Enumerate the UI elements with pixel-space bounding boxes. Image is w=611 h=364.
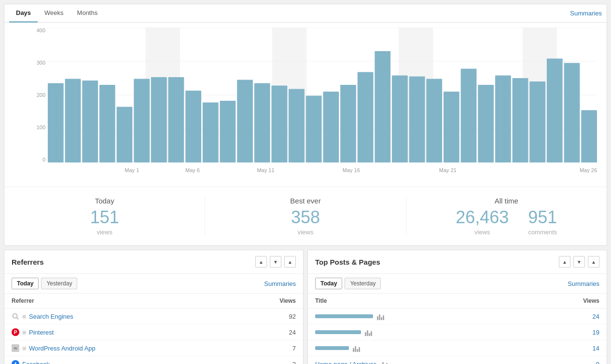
svg-rect-11 xyxy=(82,81,98,162)
top-posts-down-btn[interactable]: ▼ xyxy=(573,256,585,268)
svg-rect-15 xyxy=(151,77,167,162)
y-label-0: 0 xyxy=(28,157,48,162)
svg-rect-22 xyxy=(271,85,287,162)
post-1-chart-icon xyxy=(377,312,384,320)
svg-rect-33 xyxy=(461,68,477,162)
referrer-wordpress-left: W ⊞ WordPress Android App xyxy=(12,344,96,352)
post-4-views: 9 xyxy=(596,361,599,364)
referrer-search-name[interactable]: Search Engines xyxy=(29,313,73,320)
stat-today-label: Today xyxy=(4,197,205,205)
x-label-may26: May 26 xyxy=(580,167,597,173)
referrer-pinterest-name[interactable]: Pinterest xyxy=(29,329,54,336)
top-posts-table-header: Title Views xyxy=(308,294,607,309)
search-icon xyxy=(12,312,19,320)
top-posts-controls: ▲ ▼ ▲ xyxy=(559,256,599,268)
svg-rect-28 xyxy=(375,51,390,162)
referrers-tab-yesterday[interactable]: Yesterday xyxy=(41,278,77,289)
top-posts-tab-today[interactable]: Today xyxy=(315,278,342,289)
bars-svg xyxy=(48,27,597,162)
referrers-header: Referrers ▲ ▼ ▲ xyxy=(4,250,303,274)
post-2-views: 19 xyxy=(593,329,599,336)
post-1-bar xyxy=(315,314,373,318)
referrer-pinterest-left: P ⊞ Pinterest xyxy=(12,328,54,336)
tab-months[interactable]: Months xyxy=(70,4,105,23)
top-posts-tabs: Today Yesterday Summaries xyxy=(308,274,607,294)
post-row-1: 24 xyxy=(308,309,607,324)
x-label-may11: May 11 xyxy=(257,167,274,173)
tab-days[interactable]: Days xyxy=(9,4,38,23)
x-label-may1: May 1 xyxy=(125,167,139,173)
post-2-bar xyxy=(315,330,361,334)
post-row-2: 19 xyxy=(308,324,607,340)
expand-icon-wordpress: ⊞ xyxy=(22,346,26,351)
referrer-row-wordpress: W ⊞ WordPress Android App 7 xyxy=(4,340,303,356)
referrers-title: Referrers xyxy=(12,258,44,266)
chart-tabs-row: Days Weeks Months Summaries xyxy=(4,4,607,23)
top-posts-panel: Top Posts & Pages ▲ ▼ ▲ Today Yesterday … xyxy=(307,250,607,364)
svg-rect-13 xyxy=(117,107,133,163)
referrer-wordpress-name[interactable]: WordPress Android App xyxy=(29,345,96,352)
referrer-search-views: 92 xyxy=(289,313,296,320)
stat-alltime-comments-value: 951 xyxy=(528,209,557,226)
svg-rect-32 xyxy=(444,92,459,162)
svg-rect-21 xyxy=(254,83,270,163)
svg-rect-29 xyxy=(392,75,408,162)
top-posts-collapse-btn[interactable]: ▲ xyxy=(588,256,599,268)
post-4-left: Home page / Archives xyxy=(315,360,596,364)
stats-row: Today 151 views Best ever 358 views All … xyxy=(4,187,607,245)
top-posts-summaries-link[interactable]: Summaries xyxy=(568,280,599,287)
post-3-bar xyxy=(315,346,349,350)
top-posts-header: Top Posts & Pages ▲ ▼ ▲ xyxy=(308,250,607,274)
svg-rect-31 xyxy=(426,79,442,162)
referrer-facebook-left: f Facebook xyxy=(12,360,50,364)
stat-today-sublabel: views xyxy=(4,229,205,236)
svg-rect-19 xyxy=(220,101,236,162)
top-posts-up-btn[interactable]: ▲ xyxy=(559,256,570,268)
referrer-facebook-views: 2 xyxy=(292,361,296,364)
wordpress-icon: W xyxy=(12,344,19,352)
post-row-3: 14 xyxy=(308,340,607,356)
svg-rect-24 xyxy=(306,95,322,162)
svg-rect-30 xyxy=(409,77,425,163)
top-posts-tabs-left: Today Yesterday xyxy=(315,278,381,289)
referrer-row-facebook: f Facebook 2 xyxy=(4,356,303,364)
svg-line-42 xyxy=(17,318,19,320)
post-2-chart-icon xyxy=(365,328,372,336)
svg-rect-9 xyxy=(48,83,64,163)
referrer-pinterest-views: 24 xyxy=(289,329,296,336)
top-posts-tab-yesterday[interactable]: Yesterday xyxy=(345,278,381,289)
col-views: Views xyxy=(279,297,296,304)
post-3-chart-icon xyxy=(353,344,360,352)
referrers-tab-today[interactable]: Today xyxy=(12,278,39,289)
chart-summaries-link[interactable]: Summaries xyxy=(570,10,602,17)
referrers-tabs: Today Yesterday Summaries xyxy=(4,274,303,294)
svg-rect-17 xyxy=(185,91,201,162)
post-4-title[interactable]: Home page / Archives xyxy=(315,361,376,364)
pinterest-icon: P xyxy=(12,328,19,336)
svg-rect-16 xyxy=(168,77,184,162)
stat-alltime-comments-sublabel: comments xyxy=(528,229,557,236)
referrers-up-btn[interactable]: ▲ xyxy=(255,256,267,268)
svg-rect-40 xyxy=(581,110,597,163)
referrer-search-left: ⊞ Search Engines xyxy=(12,312,73,320)
post-3-left xyxy=(315,344,593,352)
svg-rect-10 xyxy=(65,79,81,162)
svg-rect-20 xyxy=(237,80,253,163)
post-4-chart-icon xyxy=(380,360,388,364)
referrers-collapse-btn[interactable]: ▲ xyxy=(284,256,296,268)
y-label-300: 300 xyxy=(28,60,48,66)
stat-alltime-views: 26,463 views xyxy=(456,209,509,236)
referrer-row-pinterest: P ⊞ Pinterest 24 xyxy=(4,324,303,340)
tab-weeks[interactable]: Weeks xyxy=(38,4,70,23)
y-label-200: 200 xyxy=(28,92,48,98)
expand-icon-pinterest: ⊞ xyxy=(22,330,26,335)
svg-rect-25 xyxy=(323,92,339,162)
post-1-views: 24 xyxy=(593,313,599,320)
stat-alltime-comments: 951 comments xyxy=(528,209,557,236)
referrer-facebook-name[interactable]: Facebook xyxy=(22,361,50,364)
stat-alltime-views-value: 26,463 xyxy=(456,209,509,226)
referrers-summaries-link[interactable]: Summaries xyxy=(264,280,296,287)
y-label-400: 400 xyxy=(28,27,48,33)
referrers-down-btn[interactable]: ▼ xyxy=(270,256,281,268)
post-3-views: 14 xyxy=(593,345,599,352)
